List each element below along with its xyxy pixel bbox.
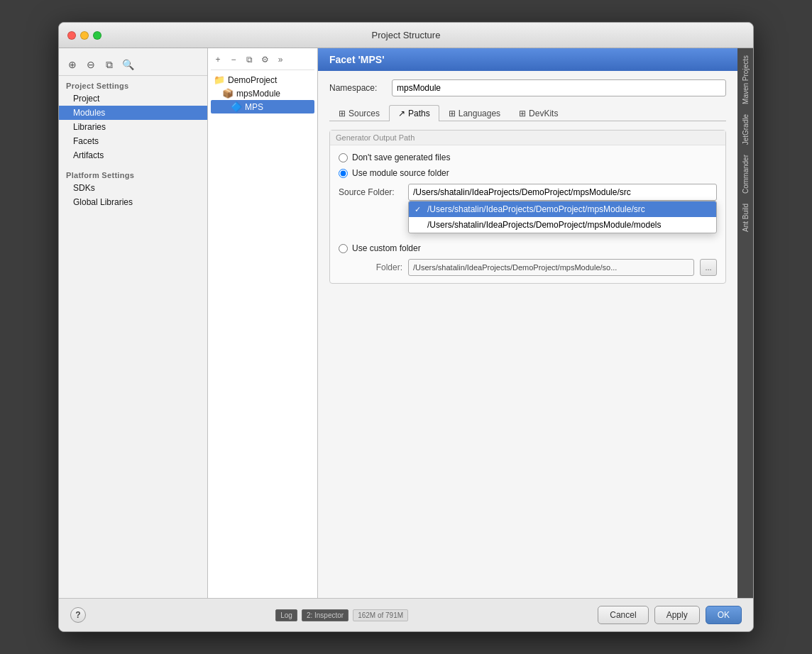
tree-toolbar: + − ⧉ ⚙ »	[211, 51, 314, 70]
help-button[interactable]: ?	[70, 607, 86, 623]
languages-tab-icon: ⊞	[449, 109, 456, 118]
tree-copy-icon[interactable]: ⧉	[242, 52, 256, 67]
tree-item-mps[interactable]: 🔷 MPS	[211, 100, 314, 113]
tree-item-demo-project[interactable]: 📁 DemoProject	[211, 73, 314, 87]
section-title: Generator Output Path	[330, 131, 725, 145]
traffic-lights	[67, 31, 102, 40]
tree-panel: + − ⧉ ⚙ » 📁 DemoProject 📦 mpsModule 🔷 MP…	[208, 48, 318, 598]
module-icon: 📦	[222, 88, 234, 99]
side-panel-right: Maven Projects JetGradle Commander Ant B…	[737, 48, 753, 598]
platform-settings-label: Platform Settings	[59, 168, 207, 181]
tab-devkits[interactable]: ⊞ DevKits	[510, 105, 567, 121]
folder-input[interactable]	[408, 259, 694, 276]
sidebar-item-project[interactable]: Project	[59, 92, 207, 106]
sidebar-item-libraries[interactable]: Libraries	[59, 120, 207, 134]
remove-icon[interactable]: ⊖	[83, 57, 99, 72]
inspector-button[interactable]: 2: Inspector	[302, 609, 349, 621]
radio-no-save[interactable]	[339, 153, 348, 162]
radio-option3-row: Use custom folder	[339, 243, 717, 253]
window-body: ⊕ ⊖ ⧉ 🔍 Project Settings Project Modules…	[59, 48, 753, 598]
dropdown-option-src[interactable]: ✓ /Users/shatalin/IdeaProjects/DemoProje…	[409, 201, 716, 217]
close-button[interactable]	[67, 31, 76, 40]
folder-label: Folder:	[339, 262, 402, 272]
sidebar-item-facets[interactable]: Facets	[59, 134, 207, 148]
browse-button[interactable]: ...	[700, 259, 717, 276]
paths-tab-icon: ↗	[398, 109, 405, 118]
apply-button[interactable]: Apply	[654, 606, 700, 624]
cancel-button[interactable]: Cancel	[598, 606, 648, 624]
generator-output-section: Generator Output Path Don't save generat…	[329, 130, 726, 284]
tabs-bar: ⊞ Sources ↗ Paths ⊞ Languages ⊞ DevKits	[329, 105, 726, 121]
facet-body: Namespace: ⊞ Sources ↗ Paths ⊞ Lan	[318, 71, 737, 598]
tab-languages[interactable]: ⊞ Languages	[439, 105, 510, 121]
minimize-button[interactable]	[80, 31, 89, 40]
title-bar: Project Structure	[59, 23, 753, 48]
folder-row: Folder: ...	[339, 259, 717, 276]
sources-tab-icon: ⊞	[339, 109, 346, 118]
main-content: Facet 'MPS' Namespace: ⊞ Sources ↗ Pa	[318, 48, 737, 598]
sidebar-item-modules[interactable]: Modules	[59, 106, 207, 120]
project-settings-label: Project Settings	[59, 79, 207, 92]
tree-remove-icon[interactable]: −	[226, 52, 241, 67]
facet-header: Facet 'MPS'	[318, 48, 737, 71]
namespace-input[interactable]	[392, 79, 726, 96]
folder-icon: 📁	[214, 74, 225, 85]
dropdown-option-models[interactable]: /Users/shatalin/IdeaProjects/DemoProject…	[409, 217, 716, 233]
source-folder-popup: ✓ /Users/shatalin/IdeaProjects/DemoProje…	[408, 201, 717, 233]
commander-panel[interactable]: Commander	[740, 150, 751, 198]
source-folder-row: Source Folder: /Users/shatalin/IdeaProje…	[339, 184, 717, 201]
window-title: Project Structure	[372, 30, 441, 40]
tab-paths[interactable]: ↗ Paths	[389, 105, 439, 121]
radio-custom-folder[interactable]	[339, 244, 348, 253]
sidebar: ⊕ ⊖ ⧉ 🔍 Project Settings Project Modules…	[59, 48, 208, 598]
tab-sources[interactable]: ⊞ Sources	[329, 105, 389, 121]
tree-item-mps-module[interactable]: 📦 mpsModule	[211, 87, 314, 100]
checkmark-icon: ✓	[415, 205, 424, 214]
mps-icon: 🔷	[231, 101, 242, 112]
copy-icon[interactable]: ⧉	[102, 57, 117, 72]
radio-use-module[interactable]	[339, 169, 348, 178]
tree-search-icon[interactable]: ⚙	[258, 52, 272, 67]
source-folder-dropdown[interactable]: /Users/shatalin/IdeaProjects/DemoProject…	[408, 184, 717, 201]
memory-indicator: 162M of 791M	[353, 609, 408, 621]
source-folder-label: Source Folder:	[339, 187, 402, 197]
add-icon[interactable]: ⊕	[65, 57, 80, 72]
log-button[interactable]: Log	[275, 609, 297, 621]
jet-gradle-panel[interactable]: JetGradle	[740, 110, 751, 149]
section-content: Don't save generated files Use module so…	[330, 145, 725, 283]
sidebar-item-global-libraries[interactable]: Global Libraries	[59, 195, 207, 209]
status-items: Log 2: Inspector 162M of 791M	[275, 609, 408, 621]
ok-button[interactable]: OK	[706, 606, 742, 624]
sidebar-item-sdks[interactable]: SDKs	[59, 181, 207, 195]
radio-option1-row: Don't save generated files	[339, 153, 717, 162]
tree-more-icon[interactable]: »	[273, 52, 287, 67]
search-icon[interactable]: 🔍	[120, 57, 136, 72]
window-footer: ? Log 2: Inspector 162M of 791M Cancel A…	[59, 598, 753, 631]
ant-build-panel[interactable]: Ant Build	[740, 199, 751, 236]
maximize-button[interactable]	[93, 31, 102, 40]
namespace-label: Namespace:	[329, 83, 386, 93]
maven-projects-panel[interactable]: Maven Projects	[740, 51, 751, 109]
source-folder-dropdown-container: /Users/shatalin/IdeaProjects/DemoProject…	[408, 184, 717, 201]
tree-add-icon[interactable]: +	[211, 52, 225, 67]
sidebar-item-artifacts[interactable]: Artifacts	[59, 148, 207, 162]
sidebar-toolbar: ⊕ ⊖ ⧉ 🔍	[59, 54, 207, 76]
radio-option2-row: Use module source folder	[339, 168, 717, 178]
namespace-row: Namespace:	[329, 79, 726, 96]
devkits-tab-icon: ⊞	[519, 109, 526, 118]
